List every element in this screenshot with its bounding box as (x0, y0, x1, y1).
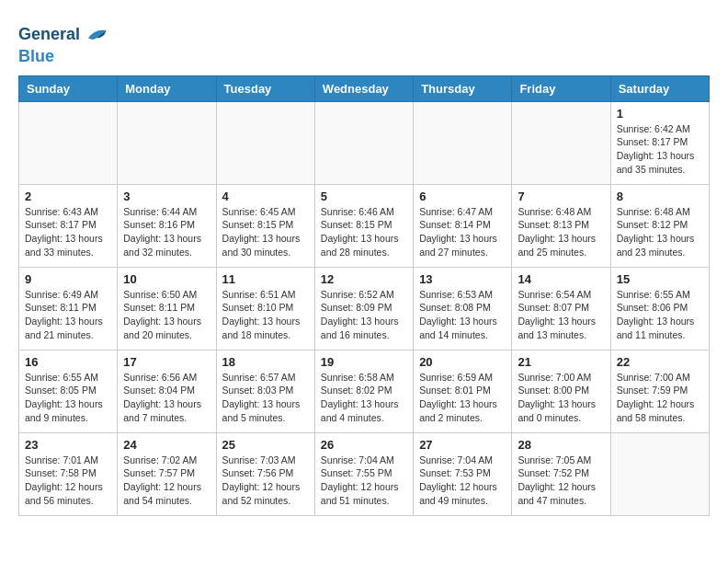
calendar-cell (512, 101, 610, 184)
day-info: Sunrise: 6:52 AM Sunset: 8:09 PM Dayligh… (321, 288, 407, 342)
day-info: Sunrise: 6:57 AM Sunset: 8:03 PM Dayligh… (222, 371, 309, 425)
calendar-cell: 18Sunrise: 6:57 AM Sunset: 8:03 PM Dayli… (216, 350, 314, 432)
day-number: 3 (123, 190, 210, 203)
calendar-cell (216, 101, 314, 184)
logo-bird-icon (82, 22, 108, 48)
logo-text-blue: Blue (18, 47, 54, 65)
calendar-cell: 9Sunrise: 6:49 AM Sunset: 8:11 PM Daylig… (19, 267, 118, 350)
day-info: Sunrise: 7:00 AM Sunset: 8:00 PM Dayligh… (518, 371, 604, 425)
calendar-cell: 3Sunrise: 6:44 AM Sunset: 8:16 PM Daylig… (118, 184, 216, 267)
calendar-cell: 15Sunrise: 6:55 AM Sunset: 8:06 PM Dayli… (610, 267, 709, 350)
day-number: 17 (123, 355, 210, 369)
calendar-cell: 17Sunrise: 6:56 AM Sunset: 8:04 PM Dayli… (118, 350, 216, 432)
calendar-cell: 13Sunrise: 6:53 AM Sunset: 8:08 PM Dayli… (414, 267, 512, 350)
day-info: Sunrise: 7:05 AM Sunset: 7:52 PM Dayligh… (518, 454, 604, 508)
calendar-cell: 2Sunrise: 6:43 AM Sunset: 8:17 PM Daylig… (19, 184, 118, 267)
day-number: 23 (25, 438, 111, 452)
calendar-cell: 25Sunrise: 7:03 AM Sunset: 7:56 PM Dayli… (216, 432, 314, 515)
header-friday: Friday (512, 75, 610, 101)
calendar-cell (118, 101, 216, 184)
day-number: 16 (25, 355, 111, 369)
calendar-cell: 16Sunrise: 6:55 AM Sunset: 8:05 PM Dayli… (19, 350, 118, 432)
day-info: Sunrise: 6:43 AM Sunset: 8:17 PM Dayligh… (25, 205, 111, 259)
calendar-cell: 23Sunrise: 7:01 AM Sunset: 7:58 PM Dayli… (19, 432, 118, 515)
logo-text-general: General (18, 26, 80, 44)
day-info: Sunrise: 7:04 AM Sunset: 7:53 PM Dayligh… (419, 454, 506, 508)
week-row-2: 9Sunrise: 6:49 AM Sunset: 8:11 PM Daylig… (19, 267, 710, 350)
calendar-cell: 26Sunrise: 7:04 AM Sunset: 7:55 PM Dayli… (314, 432, 413, 515)
day-number: 1 (617, 107, 703, 121)
week-row-3: 16Sunrise: 6:55 AM Sunset: 8:05 PM Dayli… (19, 350, 710, 432)
day-number: 24 (123, 438, 210, 452)
day-number: 15 (617, 272, 703, 286)
week-row-4: 23Sunrise: 7:01 AM Sunset: 7:58 PM Dayli… (19, 432, 710, 515)
calendar-cell: 5Sunrise: 6:46 AM Sunset: 8:15 PM Daylig… (314, 184, 413, 267)
calendar-cell: 14Sunrise: 6:54 AM Sunset: 8:07 PM Dayli… (512, 267, 610, 350)
calendar-cell: 28Sunrise: 7:05 AM Sunset: 7:52 PM Dayli… (512, 432, 610, 515)
day-info: Sunrise: 6:58 AM Sunset: 8:02 PM Dayligh… (321, 371, 407, 425)
page-header: General Blue (18, 18, 710, 66)
day-info: Sunrise: 6:50 AM Sunset: 8:11 PM Dayligh… (123, 288, 210, 342)
day-info: Sunrise: 6:49 AM Sunset: 8:11 PM Dayligh… (25, 288, 111, 342)
day-info: Sunrise: 6:54 AM Sunset: 8:07 PM Dayligh… (518, 288, 604, 342)
calendar-cell: 4Sunrise: 6:45 AM Sunset: 8:15 PM Daylig… (216, 184, 314, 267)
day-info: Sunrise: 6:53 AM Sunset: 8:08 PM Dayligh… (419, 288, 506, 342)
day-number: 19 (321, 355, 407, 369)
calendar-cell: 1Sunrise: 6:42 AM Sunset: 8:17 PM Daylig… (610, 101, 709, 184)
day-number: 2 (25, 190, 111, 203)
day-number: 20 (419, 355, 506, 369)
day-number: 5 (321, 190, 407, 203)
day-info: Sunrise: 6:48 AM Sunset: 8:12 PM Dayligh… (617, 205, 703, 259)
week-row-0: 1Sunrise: 6:42 AM Sunset: 8:17 PM Daylig… (19, 101, 710, 184)
day-number: 13 (419, 272, 506, 286)
day-number: 4 (222, 190, 309, 203)
day-info: Sunrise: 6:51 AM Sunset: 8:10 PM Dayligh… (222, 288, 309, 342)
day-number: 18 (222, 355, 309, 369)
calendar-cell (610, 432, 709, 515)
calendar-cell (314, 101, 413, 184)
day-number: 28 (518, 438, 604, 452)
day-info: Sunrise: 6:55 AM Sunset: 8:05 PM Dayligh… (25, 371, 111, 425)
day-number: 25 (222, 438, 309, 452)
day-info: Sunrise: 6:44 AM Sunset: 8:16 PM Dayligh… (123, 205, 210, 259)
day-info: Sunrise: 6:45 AM Sunset: 8:15 PM Dayligh… (222, 205, 309, 259)
calendar-cell: 21Sunrise: 7:00 AM Sunset: 8:00 PM Dayli… (512, 350, 610, 432)
day-number: 8 (617, 190, 703, 203)
day-info: Sunrise: 6:56 AM Sunset: 8:04 PM Dayligh… (123, 371, 210, 425)
header-wednesday: Wednesday (314, 75, 413, 101)
day-info: Sunrise: 7:02 AM Sunset: 7:57 PM Dayligh… (123, 454, 210, 508)
calendar-cell: 20Sunrise: 6:59 AM Sunset: 8:01 PM Dayli… (414, 350, 512, 432)
calendar-cell: 27Sunrise: 7:04 AM Sunset: 7:53 PM Dayli… (414, 432, 512, 515)
day-number: 6 (419, 190, 506, 203)
day-number: 27 (419, 438, 506, 452)
day-info: Sunrise: 6:55 AM Sunset: 8:06 PM Dayligh… (617, 288, 703, 342)
calendar-cell: 11Sunrise: 6:51 AM Sunset: 8:10 PM Dayli… (216, 267, 314, 350)
header-thursday: Thursday (414, 75, 512, 101)
calendar-cell: 22Sunrise: 7:00 AM Sunset: 7:59 PM Dayli… (610, 350, 709, 432)
day-number: 22 (617, 355, 703, 369)
calendar-header-row: SundayMondayTuesdayWednesdayThursdayFrid… (19, 75, 710, 101)
calendar-cell: 10Sunrise: 6:50 AM Sunset: 8:11 PM Dayli… (118, 267, 216, 350)
day-info: Sunrise: 7:04 AM Sunset: 7:55 PM Dayligh… (321, 454, 407, 508)
header-saturday: Saturday (610, 75, 709, 101)
calendar-cell: 8Sunrise: 6:48 AM Sunset: 8:12 PM Daylig… (610, 184, 709, 267)
week-row-1: 2Sunrise: 6:43 AM Sunset: 8:17 PM Daylig… (19, 184, 710, 267)
day-number: 9 (25, 272, 111, 286)
day-info: Sunrise: 7:01 AM Sunset: 7:58 PM Dayligh… (25, 454, 111, 508)
calendar-cell: 12Sunrise: 6:52 AM Sunset: 8:09 PM Dayli… (314, 267, 413, 350)
header-monday: Monday (118, 75, 216, 101)
calendar-cell (19, 101, 118, 184)
day-number: 14 (518, 272, 604, 286)
day-info: Sunrise: 6:42 AM Sunset: 8:17 PM Dayligh… (617, 122, 703, 177)
header-sunday: Sunday (19, 75, 118, 101)
calendar-table: SundayMondayTuesdayWednesdayThursdayFrid… (18, 75, 710, 516)
day-info: Sunrise: 6:47 AM Sunset: 8:14 PM Dayligh… (419, 205, 506, 259)
day-number: 12 (321, 272, 407, 286)
day-number: 10 (123, 272, 210, 286)
calendar-cell: 24Sunrise: 7:02 AM Sunset: 7:57 PM Dayli… (118, 432, 216, 515)
day-info: Sunrise: 7:03 AM Sunset: 7:56 PM Dayligh… (222, 454, 309, 508)
day-number: 26 (321, 438, 407, 452)
day-number: 21 (518, 355, 604, 369)
day-number: 11 (222, 272, 309, 286)
day-info: Sunrise: 6:46 AM Sunset: 8:15 PM Dayligh… (321, 205, 407, 259)
